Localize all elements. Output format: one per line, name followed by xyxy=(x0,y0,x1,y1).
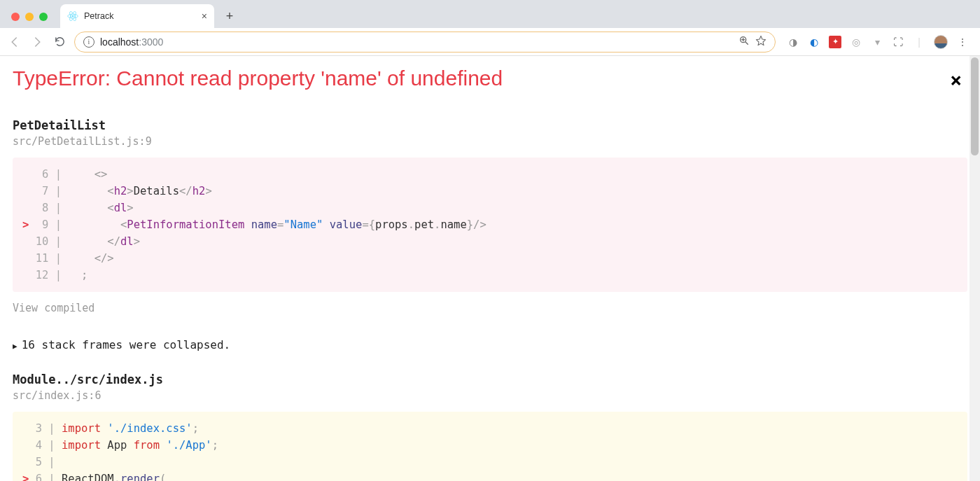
close-overlay-button[interactable]: × xyxy=(944,66,967,95)
stack-frame-location[interactable]: src/index.js:6 xyxy=(13,389,967,402)
react-favicon-icon xyxy=(67,11,78,22)
expand-triangle-icon: ▶ xyxy=(13,342,18,351)
browser-toolbar: i localhost:3000 ◑ ◐ ✦ ◎ ▾ ⛶ | ⋮ xyxy=(0,28,980,56)
stack-frame-location[interactable]: src/PetDetailList.js:9 xyxy=(13,135,967,148)
error-title: TypeError: Cannot read property 'name' o… xyxy=(13,66,503,91)
window-close-button[interactable] xyxy=(11,13,20,21)
window-maximize-button[interactable] xyxy=(39,13,48,21)
code-line: 7 | <h2>Details</h2> xyxy=(13,183,967,200)
extensions-area: ◑ ◐ ✦ ◎ ▾ ⛶ | ⋮ xyxy=(783,35,973,49)
browser-tab[interactable]: Petrack × xyxy=(60,4,214,28)
code-line: 5 | xyxy=(13,454,967,470)
scrollbar-thumb[interactable] xyxy=(971,57,979,155)
code-line-highlighted: > 6 | ReactDOM.render( xyxy=(13,470,967,481)
source-code-block: 3 | import './index.css'; 4 | import App… xyxy=(13,412,967,481)
forward-button[interactable] xyxy=(29,34,45,50)
extension-icon[interactable]: ◎ xyxy=(850,36,862,48)
view-compiled-link[interactable]: View compiled xyxy=(13,302,967,314)
extension-icon[interactable]: ▾ xyxy=(871,36,883,48)
chrome-menu-icon[interactable]: ⋮ xyxy=(956,36,969,48)
code-line: 10 | </dl> xyxy=(13,233,967,250)
back-button[interactable] xyxy=(7,34,22,50)
new-tab-button[interactable]: + xyxy=(220,6,239,26)
profile-avatar[interactable] xyxy=(934,35,948,49)
source-code-block: 6 | <> 7 | <h2>Details</h2> 8 | <dl> > 9… xyxy=(13,158,967,292)
window-minimize-button[interactable] xyxy=(25,13,34,21)
error-overlay: TypeError: Cannot read property 'name' o… xyxy=(0,56,980,481)
code-line: 6 | <> xyxy=(13,166,967,183)
code-line: 8 | <dl> xyxy=(13,200,967,216)
address-bar[interactable]: i localhost:3000 xyxy=(74,32,776,53)
code-line: 3 | import './index.css'; xyxy=(13,420,967,437)
bookmark-star-icon[interactable] xyxy=(755,35,766,48)
extension-icon[interactable]: ⛶ xyxy=(892,36,904,48)
scrollbar-track[interactable] xyxy=(969,56,980,481)
tab-title: Petrack xyxy=(84,11,196,21)
tab-strip: Petrack × + xyxy=(0,0,980,28)
url-host: localhost:3000 xyxy=(100,36,163,48)
extension-icon[interactable]: ◑ xyxy=(787,36,799,48)
extension-divider: | xyxy=(913,36,925,48)
window-controls xyxy=(11,13,48,21)
site-info-icon[interactable]: i xyxy=(83,36,94,48)
code-line: 11 | </> xyxy=(13,250,967,267)
page-content: TypeError: Cannot read property 'name' o… xyxy=(0,56,980,481)
stack-frame-function: PetDetailList xyxy=(13,118,967,132)
extension-icon[interactable]: ✦ xyxy=(829,36,841,48)
tab-close-icon[interactable]: × xyxy=(202,11,207,22)
svg-point-3 xyxy=(72,15,74,18)
browser-chrome: Petrack × + i localhost:3000 ◑ ◐ xyxy=(0,0,980,56)
code-line: 12 | ; xyxy=(13,267,967,284)
collapsed-frames-toggle[interactable]: ▶16 stack frames were collapsed. xyxy=(13,338,967,351)
reload-button[interactable] xyxy=(52,34,67,50)
extension-icon[interactable]: ◐ xyxy=(808,36,820,48)
zoom-icon[interactable] xyxy=(738,35,750,48)
code-line-highlighted: > 9 | <PetInformationItem name="Name" va… xyxy=(13,216,967,233)
stack-frame-function: Module../src/index.js xyxy=(13,372,967,386)
code-line: 4 | import App from './App'; xyxy=(13,437,967,454)
